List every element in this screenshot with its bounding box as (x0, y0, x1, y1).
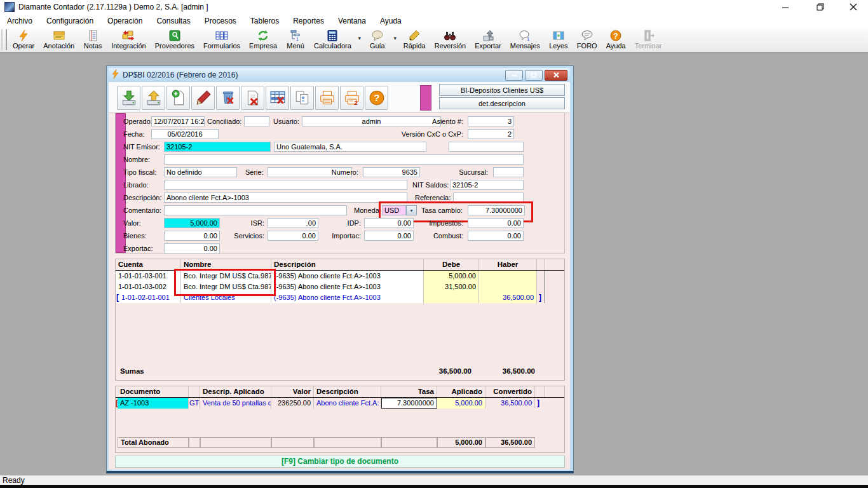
entry-row-3[interactable]: [ 1-01-02-01-001 Clientes Locales (-9635… (116, 292, 564, 303)
copy-record-button[interactable] (290, 86, 314, 110)
toolbar-guia[interactable]: Guía (363, 27, 391, 52)
toolbar-mensajes[interactable]: 1 Mensajes (506, 27, 545, 52)
cell-debe[interactable]: 31,500.00 (424, 281, 479, 292)
asiento-field[interactable]: 3 (468, 116, 514, 126)
numero-field[interactable]: 9635 (363, 167, 420, 177)
toolbar-integracion[interactable]: Integración (107, 27, 150, 52)
cell-tasa[interactable]: 7.30000000 (381, 398, 437, 409)
menu-ventana[interactable]: Ventana (331, 15, 373, 27)
export-button[interactable] (142, 86, 165, 110)
toolbar-menu[interactable]: 1 Menú (281, 27, 309, 52)
cell-nombre[interactable]: Clientes Locales (181, 292, 271, 303)
entry-row-1[interactable]: 1-01-01-03-001 Bco. Integr DM US$ Cta.98… (116, 271, 564, 281)
operado-field[interactable]: 12/07/2017 16:29 (151, 116, 205, 126)
print-alt-button[interactable]: 2 (340, 86, 363, 110)
cell-nombre[interactable]: Bco. Integr DM US$ Cta.987 (181, 271, 271, 281)
col-moneda[interactable] (189, 386, 200, 397)
col-descrip-aplicado[interactable]: Descrip. Aplicado (200, 386, 271, 397)
doc-close-button[interactable] (545, 70, 567, 81)
moneda-dropdown-button[interactable]: ▾ (406, 205, 417, 215)
doc-titlebar[interactable]: DP$BI 02/2016 (Febrero de 2016) (109, 68, 570, 82)
toolbar-terminar[interactable]: Terminar (630, 27, 667, 52)
cell-haber[interactable] (479, 271, 537, 281)
delete-record-button[interactable] (216, 86, 240, 110)
cell-aplicado[interactable]: 5,000.00 (437, 398, 485, 409)
referencia-field[interactable] (453, 193, 524, 203)
nit-emisor-extra-field[interactable] (449, 142, 524, 152)
col-descripcion[interactable]: Descripción (271, 259, 424, 270)
cell-moneda[interactable]: GTQ (189, 398, 200, 409)
toolbar-reversion[interactable]: Reversión (430, 27, 471, 52)
toolbar-proveedores[interactable]: Proveedores (151, 27, 199, 52)
restore-button[interactable] (806, 0, 835, 14)
doc-minimize-button[interactable] (505, 70, 523, 81)
moneda-field[interactable]: USD (382, 205, 406, 215)
document-type-field[interactable]: BI-Depositos Clientes US$ (439, 84, 565, 96)
col-descripcion2[interactable]: Descripción (314, 386, 381, 397)
minimize-button[interactable] (771, 0, 800, 14)
menu-archivo[interactable]: Archivo (0, 15, 39, 27)
cell-descrip-aplicado[interactable]: Venta de 50 pntallas de (200, 398, 271, 409)
toolbar-rapida[interactable]: Rápida (399, 27, 430, 52)
cell-convertido[interactable]: 36,500.00 (485, 398, 535, 409)
col-cuenta[interactable]: Cuenta (116, 259, 181, 270)
comentario-field[interactable] (164, 205, 347, 215)
impuestos-field[interactable]: 0.00 (468, 218, 524, 228)
close-button[interactable] (839, 0, 868, 14)
menu-reportes[interactable]: Reportes (286, 15, 331, 27)
tipo-fiscal-field[interactable]: No definido (164, 167, 237, 177)
col-nombre[interactable]: Nombre (181, 259, 271, 270)
tasa-cambio-field[interactable]: 7.30000000 (468, 205, 525, 215)
cell-documento[interactable]: AZ -1003 (118, 398, 189, 409)
descripcion-field[interactable]: Abono cliente Fct.A>-1003 (164, 193, 407, 203)
cell-valor[interactable]: 236250.00 (271, 398, 314, 409)
cell-descripcion2[interactable]: Abono cliente Fct.A: (314, 398, 381, 409)
menu-operacion[interactable]: Operación (100, 15, 149, 27)
valor-field[interactable]: 5,000.00 (164, 218, 220, 228)
toolbar-ayuda[interactable]: ? Ayuda (602, 27, 630, 52)
calculadora-dropdown-arrow[interactable]: ▾ (356, 27, 363, 52)
col-documento[interactable]: Documento (118, 386, 189, 397)
toolbar-operar[interactable]: Operar (8, 27, 39, 52)
import-button[interactable] (117, 86, 140, 110)
toolbar-foro[interactable]: FORO (573, 27, 602, 52)
nombre-field[interactable] (164, 154, 524, 165)
cell-cuenta[interactable]: 1-01-01-03-002 (116, 281, 181, 292)
col-debe[interactable]: Debe (424, 259, 479, 270)
toolbar-anotacion[interactable]: Anotación (39, 27, 79, 52)
toolbar-gripper[interactable] (1, 29, 7, 50)
col-haber[interactable]: Haber (479, 259, 537, 270)
version-field[interactable]: 2 (468, 129, 514, 139)
entry-row-2[interactable]: 1-01-01-03-002 Bco. Integr DM US$ Cta.98… (116, 281, 564, 292)
importac-field[interactable]: 0.00 (364, 231, 414, 241)
detail-descripcion-field[interactable]: det.descripcion (439, 97, 565, 109)
conciliado-field[interactable] (244, 116, 269, 126)
nit-emisor-name-field[interactable]: Uno Guatemala, S.A. (274, 142, 426, 152)
toolbar-notas[interactable]: Notas (79, 27, 107, 52)
cell-cuenta[interactable]: 1-01-02-01-001 (116, 292, 181, 303)
fecha-field[interactable]: 05/02/2016 (151, 129, 219, 139)
new-record-button[interactable] (166, 86, 190, 110)
toolbar-empresa[interactable]: Empresa (245, 27, 281, 52)
cell-descripcion[interactable]: (-9635) Abono cliente Fct.A>-1003 (271, 292, 424, 303)
cell-cuenta[interactable]: 1-01-01-03-001 (116, 271, 181, 281)
menu-consultas[interactable]: Consultas (149, 15, 197, 27)
doc-restore-button[interactable] (525, 70, 543, 81)
cell-debe[interactable]: 5,000.00 (424, 271, 479, 281)
toolbar-calculadora[interactable]: Calculadora (309, 27, 356, 52)
exportac-field[interactable]: 0.00 (164, 243, 220, 254)
cancel-document-button[interactable] (241, 86, 264, 110)
idp-field[interactable]: 0.00 (364, 218, 414, 228)
doc-help-button[interactable]: ? (365, 86, 388, 110)
cell-descripcion[interactable]: (-9635) Abono cliente Fct.A>-1003 (271, 271, 424, 281)
combust-field[interactable]: 0.00 (468, 231, 524, 241)
col-convertido[interactable]: Convertido (485, 386, 535, 397)
edit-record-button[interactable] (191, 86, 215, 110)
cell-nombre[interactable]: Bco. Integr DM US$ Cta.987 (181, 281, 271, 292)
cell-haber[interactable] (479, 281, 537, 292)
cell-haber[interactable]: 36,500.00 (479, 292, 537, 303)
col-tasa[interactable]: Tasa (381, 386, 437, 397)
col-aplicado[interactable]: Aplicado (437, 386, 485, 397)
delete-grid-button[interactable] (266, 86, 289, 110)
toolbar-exportar[interactable]: Exportar (470, 27, 506, 52)
